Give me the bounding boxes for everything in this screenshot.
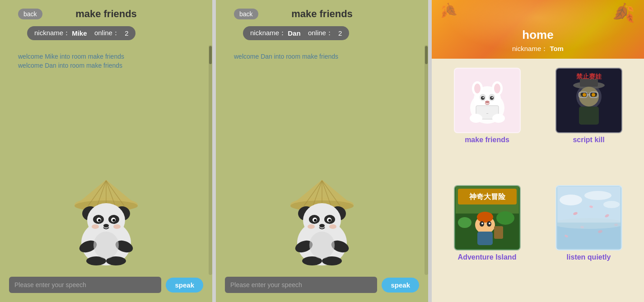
room-label-script-kill: script kill xyxy=(573,136,604,144)
svg-point-103 xyxy=(603,201,620,208)
panda-area-1 xyxy=(0,164,212,271)
svg-rect-94 xyxy=(477,232,493,245)
svg-text:神奇大冒险: 神奇大冒险 xyxy=(469,192,506,200)
room-card-make-friends[interactable]: ~ make friends xyxy=(441,68,533,176)
svg-point-19 xyxy=(92,224,99,229)
svg-point-18 xyxy=(103,224,109,228)
online-count-1: 2 xyxy=(125,29,128,37)
room-card-listen-quietly[interactable]: listen quietly xyxy=(542,185,635,293)
svg-point-92 xyxy=(481,223,483,224)
room-label-listen-quietly: listen quietly xyxy=(567,253,611,261)
nickname-value-1: Mike xyxy=(72,29,87,37)
svg-point-57 xyxy=(474,84,481,93)
svg-point-102 xyxy=(584,191,611,200)
svg-point-111 xyxy=(557,218,621,229)
adventure-art: 神奇大冒险 xyxy=(456,186,519,249)
svg-point-96 xyxy=(496,211,514,225)
panel-title-2: make friends xyxy=(291,8,353,20)
svg-text:~: ~ xyxy=(486,112,488,116)
panel-header-1: back make friends xyxy=(0,0,212,24)
back-button-1[interactable]: back xyxy=(18,9,42,19)
nickname-row-1: nickname：Mike online： 2 xyxy=(0,24,212,48)
home-panel: 🍂 🍂 home nickname： Tom xyxy=(432,0,644,302)
svg-text:禁止赛娃: 禁止赛娃 xyxy=(576,73,602,80)
message-1-0: welcome Mike into room make friends xyxy=(18,53,194,60)
messages-2: welcome Dan into room make friends xyxy=(216,48,428,164)
room-img-adventure: 神奇大冒险 xyxy=(454,185,521,251)
home-nickname-bar: nickname： Tom xyxy=(512,45,564,53)
listen-quietly-art xyxy=(557,186,621,249)
input-area-2: speak xyxy=(216,271,428,302)
svg-point-51 xyxy=(309,232,335,259)
panda-illustration-1 xyxy=(61,171,151,265)
room-card-script-kill[interactable]: 禁止赛娃 script kill xyxy=(542,68,635,176)
scrollbar-thumb-2 xyxy=(425,46,428,64)
home-nickname-value: Tom xyxy=(550,45,564,52)
svg-point-58 xyxy=(494,84,500,93)
svg-point-16 xyxy=(98,219,101,222)
make-friends-art: ~ xyxy=(456,70,519,132)
speech-input-1[interactable] xyxy=(9,277,161,293)
message-2-0: welcome Dan into room make friends xyxy=(234,53,410,60)
svg-point-43 xyxy=(328,219,331,222)
speak-button-1[interactable]: speak xyxy=(166,278,203,293)
chat-panel-1: back make friends nickname：Mike online： … xyxy=(0,0,212,302)
home-nickname-label: nickname： xyxy=(512,45,548,52)
scrollbar-1[interactable] xyxy=(209,45,212,275)
room-img-listen xyxy=(555,185,622,251)
speak-button-2[interactable]: speak xyxy=(382,278,419,293)
svg-point-46 xyxy=(329,224,336,229)
panel-title-1: make friends xyxy=(75,8,137,20)
panda-area-2 xyxy=(216,164,428,271)
room-card-adventure-island[interactable]: 神奇大冒险 xyxy=(441,185,533,293)
svg-point-63 xyxy=(482,97,484,98)
svg-point-20 xyxy=(113,224,121,229)
svg-point-89 xyxy=(477,212,493,223)
room-img-make-friends: ~ xyxy=(454,68,521,133)
room-label-make-friends: make friends xyxy=(465,136,509,144)
input-area-1: speak xyxy=(0,271,212,302)
message-1-1: welcome Dan into room make friends xyxy=(18,62,194,69)
svg-point-42 xyxy=(314,219,317,222)
online-label-1: online： xyxy=(94,29,119,37)
scrollbar-thumb-1 xyxy=(209,46,212,64)
svg-point-68 xyxy=(470,114,482,123)
svg-point-65 xyxy=(485,101,490,103)
svg-point-77 xyxy=(583,93,586,97)
leaf-icon-right: 🍂 xyxy=(612,2,635,23)
speech-input-2[interactable] xyxy=(225,277,377,293)
svg-point-78 xyxy=(592,93,595,97)
script-kill-art: 禁止赛娃 xyxy=(557,70,621,132)
nickname-label-2: nickname： xyxy=(250,29,286,37)
online-label-2: online： xyxy=(308,29,333,37)
room-img-script-kill: 禁止赛娃 xyxy=(555,68,622,133)
svg-point-64 xyxy=(491,97,493,98)
home-header: 🍂 🍂 home nickname： Tom xyxy=(432,0,644,59)
panel-header-2: back make friends xyxy=(216,0,428,24)
nickname-bar-2: nickname：Dan online： 2 xyxy=(243,26,349,40)
room-label-adventure-island: Adventure Island xyxy=(458,253,517,261)
svg-point-69 xyxy=(492,114,505,123)
home-title: home xyxy=(522,28,553,42)
chat-panel-2: back make friends nickname：Dan online： 2… xyxy=(216,0,428,302)
svg-point-17 xyxy=(112,219,115,222)
nickname-value-2: Dan xyxy=(288,29,300,37)
svg-rect-95 xyxy=(494,226,503,239)
svg-point-44 xyxy=(319,224,325,228)
svg-point-101 xyxy=(560,195,582,205)
messages-1: welcome Mike into room make friends welc… xyxy=(0,48,212,164)
nickname-bar-1: nickname：Mike online： 2 xyxy=(27,26,135,40)
rooms-grid: ~ make friends xyxy=(432,59,644,302)
svg-point-93 xyxy=(489,223,490,224)
divider-2 xyxy=(428,0,432,302)
nickname-label-1: nickname： xyxy=(34,29,70,37)
svg-point-97 xyxy=(458,217,471,228)
panda-illustration-2 xyxy=(277,171,367,265)
svg-point-45 xyxy=(308,224,315,229)
scrollbar-2[interactable] xyxy=(425,45,428,275)
svg-rect-82 xyxy=(579,107,599,125)
leaf-icon-left: 🍂 xyxy=(441,2,457,18)
back-button-2[interactable]: back xyxy=(234,9,258,19)
svg-point-25 xyxy=(93,232,119,259)
online-count-2: 2 xyxy=(338,29,342,37)
